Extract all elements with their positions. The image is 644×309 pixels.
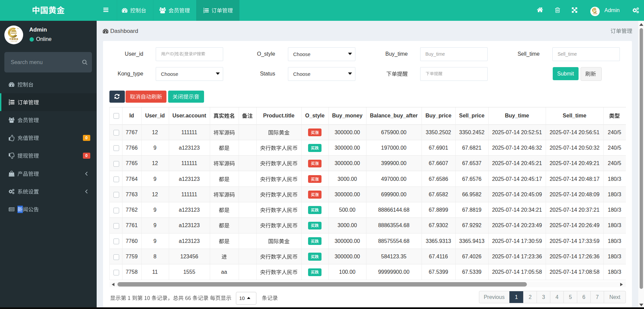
- svg-text:China Gold: China Gold: [593, 14, 597, 15]
- svg-text:China Gold: China Gold: [10, 40, 17, 42]
